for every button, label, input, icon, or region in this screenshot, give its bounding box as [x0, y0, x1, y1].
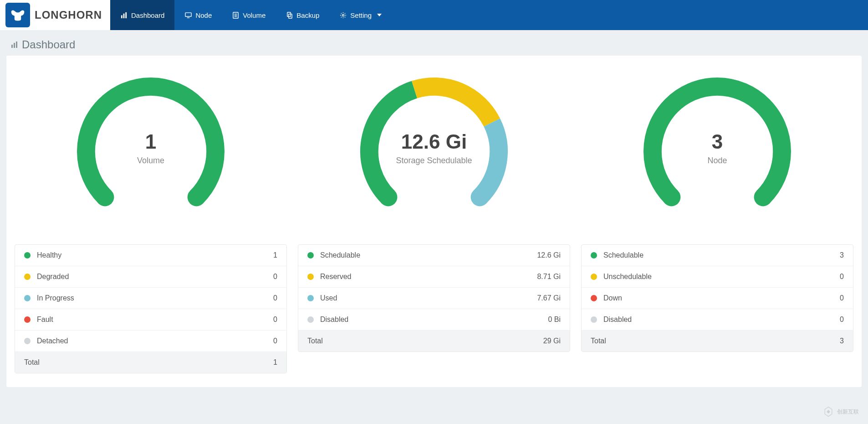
- legend-value: 1: [273, 251, 277, 259]
- gauge-label: Volume: [137, 156, 164, 165]
- svg-point-11: [342, 14, 344, 16]
- legend-row[interactable]: Disabled0: [582, 309, 853, 331]
- nav-item-backup[interactable]: Backup: [276, 0, 329, 30]
- legend-row[interactable]: Detached0: [15, 331, 286, 352]
- svg-rect-4: [187, 17, 190, 18]
- nav-label: Node: [195, 11, 212, 19]
- status-dot-icon: [591, 295, 597, 301]
- gauge: 1Volume: [64, 69, 237, 233]
- legend-row[interactable]: Schedulable12.6 Gi: [298, 245, 570, 266]
- legend-total-row: Total29 Gi: [298, 331, 570, 352]
- nav-label: Volume: [243, 11, 266, 19]
- svg-rect-0: [121, 15, 122, 18]
- legend-total-label: Total: [591, 337, 840, 345]
- legend-row[interactable]: In Progress0: [15, 288, 286, 309]
- legend-row[interactable]: Used7.67 Gi: [298, 288, 570, 309]
- legend-value: 0: [840, 294, 844, 302]
- svg-rect-2: [125, 12, 127, 18]
- legend-value: 0: [273, 337, 277, 345]
- list-icon: [232, 11, 239, 19]
- legend-value: 8.71 Gi: [537, 273, 561, 281]
- chevron-down-icon: [377, 14, 382, 16]
- gauge-label: Storage Schedulable: [396, 156, 472, 165]
- legend-total-value: 29 Gi: [543, 337, 561, 345]
- legend: Healthy1Degraded0In Progress0Fault0Detac…: [15, 244, 287, 373]
- topbar: LONGHORN DashboardNodeVolumeBackupSettin…: [0, 0, 868, 30]
- legend-total-label: Total: [24, 358, 273, 367]
- nav-item-setting[interactable]: Setting: [329, 0, 392, 30]
- gauge-value: 3: [707, 130, 727, 153]
- legend-label: In Progress: [37, 294, 273, 302]
- svg-rect-3: [185, 12, 191, 16]
- legend-value: 0: [273, 294, 277, 302]
- legend-label: Schedulable: [603, 251, 840, 259]
- legend-label: Reserved: [320, 273, 537, 281]
- legend-row[interactable]: Reserved8.71 Gi: [298, 266, 570, 288]
- gauge-value: 1: [137, 130, 164, 153]
- legend-row[interactable]: Down0: [582, 288, 853, 309]
- legend-value: 0: [273, 273, 277, 281]
- legend-value: 0: [840, 315, 844, 324]
- breadcrumb: Dashboard: [0, 30, 868, 56]
- dashboard-content: 1VolumeHealthy1Degraded0In Progress0Faul…: [6, 56, 862, 387]
- legend-value: 0: [273, 315, 277, 324]
- legend-row[interactable]: Fault0: [15, 309, 286, 331]
- legend-label: Schedulable: [320, 251, 537, 259]
- legend-label: Degraded: [37, 273, 273, 281]
- panels-row: 1VolumeHealthy1Degraded0In Progress0Faul…: [15, 69, 853, 373]
- legend-total-row: Total3: [582, 331, 853, 352]
- bar-chart-icon: [11, 41, 18, 48]
- brand[interactable]: LONGHORN: [0, 0, 110, 30]
- main-nav: DashboardNodeVolumeBackupSetting: [110, 0, 392, 30]
- legend-value: 3: [840, 251, 844, 259]
- svg-rect-9: [287, 12, 291, 16]
- panel-volume: 1VolumeHealthy1Degraded0In Progress0Faul…: [15, 69, 287, 373]
- legend: Schedulable3Unschedulable0Down0Disabled0…: [581, 244, 853, 352]
- legend: Schedulable12.6 GiReserved8.71 GiUsed7.6…: [298, 244, 570, 352]
- svg-rect-1: [123, 13, 124, 18]
- brand-name: LONGHORN: [35, 9, 102, 21]
- nav-item-node[interactable]: Node: [174, 0, 222, 30]
- monitor-icon: [184, 11, 192, 19]
- legend-total-value: 3: [840, 337, 844, 345]
- gauge-label: Node: [707, 156, 727, 165]
- nav-label: Setting: [350, 11, 372, 19]
- longhorn-logo-icon: [5, 3, 30, 27]
- legend-row[interactable]: Unschedulable0: [582, 266, 853, 288]
- status-dot-icon: [591, 316, 597, 323]
- gauge-value: 12.6 Gi: [396, 130, 472, 153]
- legend-label: Unschedulable: [603, 273, 840, 281]
- svg-rect-12: [11, 45, 13, 48]
- status-dot-icon: [591, 274, 597, 280]
- legend-label: Detached: [37, 337, 273, 345]
- legend-value: 7.67 Gi: [537, 294, 561, 302]
- legend-row[interactable]: Disabled0 Bi: [298, 309, 570, 331]
- status-dot-icon: [307, 252, 314, 259]
- status-dot-icon: [307, 316, 314, 323]
- nav-item-dashboard[interactable]: Dashboard: [110, 0, 174, 30]
- legend-label: Fault: [37, 315, 273, 324]
- status-dot-icon: [307, 295, 314, 301]
- svg-rect-10: [288, 14, 292, 18]
- svg-point-18: [471, 188, 489, 207]
- status-dot-icon: [24, 295, 31, 301]
- legend-row[interactable]: Healthy1: [15, 245, 286, 266]
- legend-total-label: Total: [307, 337, 543, 345]
- nav-label: Dashboard: [131, 11, 164, 19]
- bar-chart-icon: [120, 11, 128, 19]
- panel-node: 3NodeSchedulable3Unschedulable0Down0Disa…: [581, 69, 853, 373]
- status-dot-icon: [24, 252, 31, 259]
- panel-storage-schedulable: 12.6 GiStorage SchedulableSchedulable12.…: [298, 69, 570, 373]
- legend-label: Down: [603, 294, 840, 302]
- legend-row[interactable]: Schedulable3: [582, 245, 853, 266]
- legend-row[interactable]: Degraded0: [15, 266, 286, 288]
- legend-total-value: 1: [273, 358, 277, 367]
- gauge: 12.6 GiStorage Schedulable: [347, 69, 521, 233]
- status-dot-icon: [24, 338, 31, 344]
- nav-item-volume[interactable]: Volume: [222, 0, 276, 30]
- copy-icon: [286, 11, 293, 19]
- gauge: 3Node: [631, 69, 804, 233]
- svg-rect-13: [14, 43, 15, 48]
- legend-label: Healthy: [37, 251, 273, 259]
- status-dot-icon: [591, 252, 597, 259]
